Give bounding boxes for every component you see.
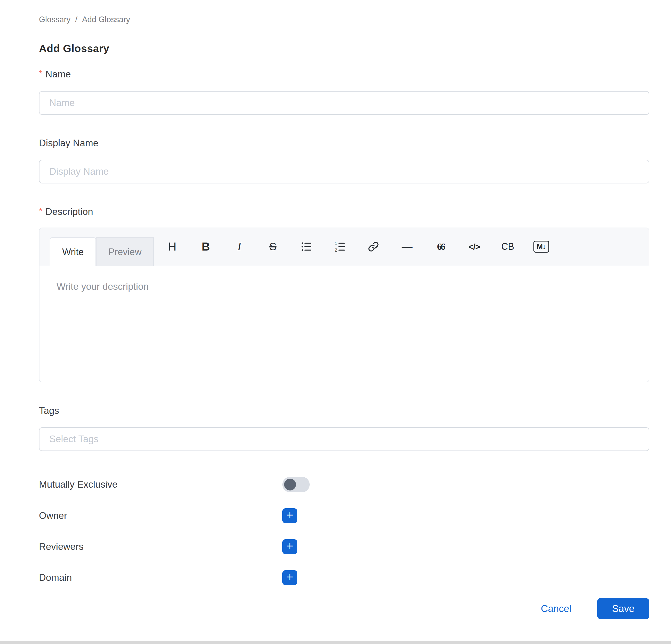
owner-label: Owner <box>39 510 282 521</box>
italic-icon[interactable]: I <box>230 235 249 258</box>
breadcrumb-separator: / <box>75 15 77 24</box>
field-tags: Tags <box>39 405 649 451</box>
svg-text:1: 1 <box>335 241 337 246</box>
ordered-list-icon[interactable]: 1 2 <box>330 235 350 258</box>
field-description: * Description Write Preview H B I S <box>39 206 649 382</box>
tags-select-input[interactable] <box>39 427 649 451</box>
bold-icon[interactable]: B <box>196 235 215 258</box>
unordered-list-icon[interactable] <box>297 235 316 258</box>
mutually-exclusive-row: Mutually Exclusive <box>39 477 649 492</box>
domain-label: Domain <box>39 572 282 583</box>
markdown-icon[interactable]: M↓ <box>532 235 551 258</box>
heading-icon[interactable]: H <box>163 235 182 258</box>
owner-add-button[interactable]: + <box>282 508 297 523</box>
breadcrumb-glossary[interactable]: Glossary <box>39 15 71 24</box>
name-input[interactable] <box>39 91 649 115</box>
tags-label-text: Tags <box>39 405 59 416</box>
save-button[interactable]: Save <box>597 598 649 619</box>
required-asterisk: * <box>39 205 42 217</box>
required-asterisk: * <box>39 68 42 79</box>
name-label: * Name <box>39 69 649 80</box>
description-textarea[interactable]: Write your description <box>39 266 649 382</box>
domain-row: Domain + <box>39 570 649 585</box>
toggle-knob <box>284 479 296 490</box>
code-block-icon[interactable]: CB <box>498 235 517 258</box>
name-label-text: Name <box>46 69 71 80</box>
display-name-input[interactable] <box>39 160 649 183</box>
tags-label: Tags <box>39 405 649 416</box>
page-title: Add Glossary <box>39 42 649 55</box>
add-glossary-form: Glossary / Add Glossary Add Glossary * N… <box>0 0 671 619</box>
display-name-label-text: Display Name <box>39 138 98 149</box>
form-actions: Cancel Save <box>39 598 649 619</box>
reviewers-row: Reviewers + <box>39 539 649 554</box>
editor-tabs: Write Preview <box>50 228 154 266</box>
reviewers-label: Reviewers <box>39 541 282 552</box>
breadcrumb-add-glossary: Add Glossary <box>82 15 130 24</box>
link-icon[interactable] <box>364 235 383 258</box>
quote-icon[interactable]: 66 <box>431 235 450 258</box>
editor-icon-bar: H B I S <box>163 228 551 266</box>
description-label-text: Description <box>46 206 93 218</box>
field-name: * Name <box>39 69 649 115</box>
tab-write[interactable]: Write <box>50 237 96 266</box>
description-label: * Description <box>39 206 649 218</box>
owner-row: Owner + <box>39 508 649 523</box>
strikethrough-icon[interactable]: S <box>263 235 282 258</box>
domain-add-button[interactable]: + <box>282 570 297 585</box>
field-display-name: Display Name <box>39 138 649 183</box>
cancel-button[interactable]: Cancel <box>541 603 571 614</box>
reviewers-add-button[interactable]: + <box>282 539 297 554</box>
description-editor-toolbar: Write Preview H B I S <box>39 228 649 266</box>
description-placeholder: Write your description <box>56 281 149 292</box>
horizontal-rule-icon[interactable]: — <box>397 235 417 258</box>
display-name-label: Display Name <box>39 138 649 149</box>
inline-code-icon[interactable]: </> <box>465 235 484 258</box>
svg-text:2: 2 <box>335 247 337 253</box>
description-editor: Write Preview H B I S <box>39 228 649 382</box>
mutually-exclusive-label: Mutually Exclusive <box>39 479 282 490</box>
mutually-exclusive-toggle[interactable] <box>282 477 310 492</box>
tab-preview[interactable]: Preview <box>96 237 154 266</box>
page-bottom-edge <box>0 641 671 644</box>
breadcrumb: Glossary / Add Glossary <box>39 15 649 24</box>
